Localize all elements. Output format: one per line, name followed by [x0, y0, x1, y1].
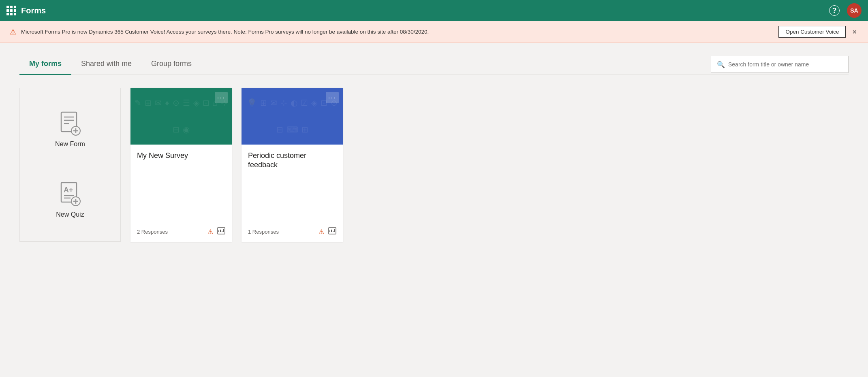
- new-quiz-label: New Quiz: [56, 211, 84, 218]
- notification-banner: ⚠ Microsoft Forms Pro is now Dynamics 36…: [0, 21, 868, 43]
- card-header-1: ✎ ⊞ ✉ ♦ ⊙ ☰ ◈ ⊡ ⌂ ⊹ ⊟ ◉ ···: [130, 88, 232, 145]
- tab-group-forms[interactable]: Group forms: [141, 56, 201, 75]
- warning-icon-1: ⚠: [207, 228, 213, 236]
- close-banner-button[interactable]: ×: [851, 27, 858, 37]
- search-input[interactable]: [728, 61, 842, 68]
- banner-text: Microsoft Forms Pro is now Dynamics 365 …: [21, 29, 429, 35]
- chart-icon-2[interactable]: [328, 227, 336, 236]
- help-icon[interactable]: ?: [829, 5, 840, 16]
- new-form-icon: [60, 111, 81, 136]
- main-content: My forms Shared with me Group forms 🔍: [0, 43, 868, 255]
- new-form-quiz-card[interactable]: New Form A+ New Quiz: [19, 88, 121, 242]
- tab-my-forms[interactable]: My forms: [19, 56, 71, 75]
- chart-icon-1[interactable]: [217, 227, 225, 236]
- card-footer-2: 1 Responses ⚠: [242, 224, 343, 242]
- card-footer-1: 2 Responses ⚠: [130, 224, 232, 242]
- cards-grid: New Form A+ New Quiz: [19, 88, 849, 242]
- survey-card-2[interactable]: 💡 ⊞ ✉ ⊹ ◐ ☑ ◈ ⊡ ⊙ ⊟ ⌨ ⊞ ··· Periodic cus…: [242, 88, 343, 242]
- waffle-menu[interactable]: [6, 6, 16, 15]
- card-footer-icons-2: ⚠: [319, 227, 336, 236]
- survey-card-1[interactable]: ✎ ⊞ ✉ ♦ ⊙ ☰ ◈ ⊡ ⌂ ⊹ ⊟ ◉ ··· My New Surve…: [130, 88, 232, 242]
- top-navigation: Forms ? SA: [0, 0, 868, 21]
- app-title: Forms: [21, 6, 46, 15]
- tab-bar: My forms Shared with me Group forms 🔍: [19, 56, 849, 75]
- svg-text:A+: A+: [64, 186, 73, 194]
- avatar[interactable]: SA: [847, 3, 862, 18]
- open-customer-voice-button[interactable]: Open Customer Voice: [778, 26, 846, 38]
- card-body-1: My New Survey: [130, 145, 232, 224]
- responses-count-1: 2 Responses: [137, 229, 168, 235]
- card-header-2: 💡 ⊞ ✉ ⊹ ◐ ☑ ◈ ⊡ ⊙ ⊟ ⌨ ⊞ ···: [242, 88, 343, 145]
- new-quiz-section[interactable]: A+ New Quiz: [20, 165, 120, 242]
- more-options-button-1[interactable]: ···: [215, 92, 228, 103]
- banner-actions: Open Customer Voice ×: [778, 26, 858, 38]
- new-form-label: New Form: [55, 141, 85, 148]
- search-icon: 🔍: [717, 61, 725, 68]
- tab-list: My forms Shared with me Group forms: [19, 56, 711, 75]
- card-title-2: Periodic customer feedback: [248, 151, 336, 170]
- card-title-1: My New Survey: [137, 151, 225, 160]
- banner-content: ⚠ Microsoft Forms Pro is now Dynamics 36…: [10, 28, 429, 36]
- search-box: 🔍: [711, 56, 849, 73]
- more-options-button-2[interactable]: ···: [326, 92, 339, 103]
- card-body-2: Periodic customer feedback: [242, 145, 343, 224]
- new-quiz-icon: A+: [60, 182, 81, 206]
- new-form-section[interactable]: New Form: [20, 88, 120, 165]
- responses-count-2: 1 Responses: [248, 229, 279, 235]
- card-footer-icons-1: ⚠: [207, 227, 225, 236]
- tab-shared-with-me[interactable]: Shared with me: [71, 56, 141, 75]
- warning-icon-2: ⚠: [319, 228, 324, 236]
- nav-right: ? SA: [829, 3, 862, 18]
- banner-warning-icon: ⚠: [10, 28, 16, 36]
- nav-left: Forms: [6, 6, 46, 15]
